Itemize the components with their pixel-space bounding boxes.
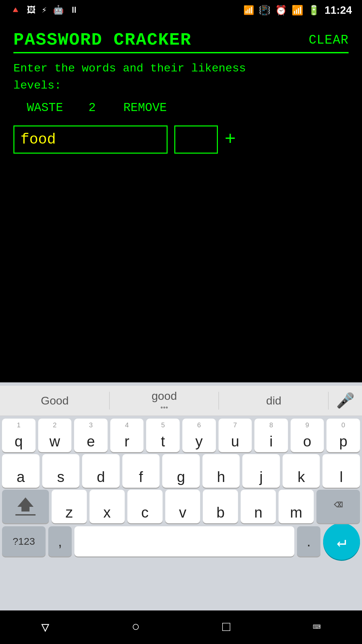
key-f[interactable]: f bbox=[122, 454, 160, 488]
key-p[interactable]: 0 p bbox=[326, 419, 360, 452]
key-v[interactable]: v bbox=[165, 490, 200, 523]
key-u-number: 7 bbox=[233, 421, 237, 429]
suggestion-2[interactable]: did bbox=[219, 386, 328, 416]
key-o-letter: o bbox=[303, 434, 311, 449]
number-input[interactable] bbox=[174, 125, 218, 154]
key-c[interactable]: c bbox=[127, 490, 163, 523]
key-c-letter: c bbox=[141, 505, 148, 520]
battery-icon: 🔋 bbox=[308, 5, 320, 16]
key-row-bottom: ?123 , . ↵ bbox=[2, 525, 360, 562]
nav-back-button[interactable]: ▽ bbox=[41, 619, 49, 636]
key-q[interactable]: 1 q bbox=[2, 419, 36, 452]
description: Enter the words and their likeness level… bbox=[13, 60, 349, 94]
key-l-letter: l bbox=[340, 470, 343, 484]
key-s-letter: s bbox=[57, 470, 64, 484]
key-d[interactable]: d bbox=[82, 454, 120, 488]
shift-button[interactable] bbox=[2, 490, 49, 523]
vibrate-icon: 📳 bbox=[259, 5, 270, 16]
key-u[interactable]: 7 u bbox=[219, 419, 252, 452]
nav-keyboard-button[interactable]: ⌨ bbox=[313, 619, 321, 636]
key-f-letter: f bbox=[139, 470, 143, 484]
word-input[interactable] bbox=[13, 125, 168, 154]
key-z-letter: z bbox=[65, 505, 73, 520]
status-bar-left: 🔺 🖼 ⚡ 🤖 ⏸ bbox=[10, 5, 78, 15]
key-m-letter: m bbox=[290, 505, 302, 520]
key-t[interactable]: 5 t bbox=[146, 419, 180, 452]
comma-label: , bbox=[58, 533, 62, 550]
key-g[interactable]: g bbox=[162, 454, 200, 488]
key-o[interactable]: 9 o bbox=[291, 419, 324, 452]
header-divider bbox=[13, 52, 349, 53]
key-x[interactable]: x bbox=[89, 490, 125, 523]
period-button[interactable]: . bbox=[297, 526, 320, 556]
pause-icon: ⏸ bbox=[70, 5, 78, 15]
description-line2: levels: bbox=[13, 79, 61, 92]
key-r-number: 4 bbox=[125, 421, 129, 429]
key-j-letter: j bbox=[259, 470, 263, 484]
app-content: PASSWORD CRACKER CLEAR Enter the words a… bbox=[0, 20, 362, 382]
key-row-3: z x c v b n m ⌫ bbox=[2, 490, 360, 523]
key-j[interactable]: j bbox=[242, 454, 280, 488]
key-v-letter: v bbox=[179, 505, 186, 520]
entry-number-0: 2 bbox=[88, 101, 115, 115]
key-k[interactable]: k bbox=[283, 454, 320, 488]
nav-bar: ▽ ○ □ ⌨ bbox=[0, 610, 362, 644]
suggestion-text-1: good bbox=[152, 389, 177, 402]
key-i[interactable]: 8 i bbox=[254, 419, 288, 452]
enter-button[interactable]: ↵ bbox=[323, 523, 360, 560]
backspace-icon: ⌫ bbox=[334, 496, 343, 514]
nav-recent-button[interactable]: □ bbox=[222, 620, 230, 635]
keyboard-area: Good good ••• did 🎤 1 q 2 w 3 e bbox=[0, 382, 362, 610]
key-y-number: 6 bbox=[197, 421, 201, 429]
key-i-number: 8 bbox=[269, 421, 273, 429]
key-w[interactable]: 2 w bbox=[38, 419, 72, 452]
bluetooth-icon: 📶 bbox=[243, 5, 254, 15]
key-h-letter: h bbox=[217, 470, 225, 484]
key-i-letter: i bbox=[269, 434, 273, 449]
key-a[interactable]: a bbox=[2, 454, 40, 488]
suggestion-text-0: Good bbox=[41, 394, 69, 407]
comma-button[interactable]: , bbox=[48, 526, 72, 556]
key-y[interactable]: 6 y bbox=[182, 419, 216, 452]
key-n[interactable]: n bbox=[241, 490, 276, 523]
android-icon: 🤖 bbox=[53, 5, 64, 15]
key-p-number: 0 bbox=[342, 421, 345, 429]
entry-word-0: WASTE bbox=[27, 101, 80, 115]
key-q-number: 1 bbox=[17, 421, 20, 429]
key-s[interactable]: s bbox=[42, 454, 80, 488]
header: PASSWORD CRACKER CLEAR bbox=[13, 30, 349, 50]
app-title: PASSWORD CRACKER bbox=[13, 30, 191, 50]
key-d-letter: d bbox=[97, 470, 105, 484]
key-r[interactable]: 4 r bbox=[110, 419, 144, 452]
remove-button-0[interactable]: REMOVE bbox=[123, 101, 167, 115]
key-h[interactable]: h bbox=[202, 454, 240, 488]
nav-home-button[interactable]: ○ bbox=[132, 620, 140, 635]
clear-button[interactable]: CLEAR bbox=[309, 33, 349, 47]
mic-button[interactable]: 🎤 bbox=[328, 392, 362, 410]
backspace-button[interactable]: ⌫ bbox=[316, 490, 360, 523]
key-e-number: 3 bbox=[89, 421, 93, 429]
suggestions-bar: Good good ••• did 🎤 bbox=[0, 386, 362, 416]
status-bar-right: 📶 📳 ⏰ 📶 🔋 11:24 bbox=[243, 4, 352, 16]
symbols-label: ?123 bbox=[13, 536, 35, 547]
key-b-letter: b bbox=[217, 505, 225, 520]
key-z[interactable]: z bbox=[52, 490, 87, 523]
key-row-1: 1 q 2 w 3 e 4 r 5 t 6 y bbox=[2, 419, 360, 452]
key-x-letter: x bbox=[103, 505, 111, 520]
suggestion-1[interactable]: good ••• bbox=[110, 386, 219, 416]
signal-icon: 📶 bbox=[292, 5, 303, 16]
suggestion-0[interactable]: Good bbox=[0, 386, 110, 416]
symbols-button[interactable]: ?123 bbox=[2, 526, 46, 556]
key-u-letter: u bbox=[231, 434, 239, 449]
status-time: 11:24 bbox=[324, 4, 352, 16]
space-button[interactable] bbox=[74, 526, 294, 556]
key-m[interactable]: m bbox=[279, 490, 314, 523]
add-button[interactable]: + bbox=[225, 130, 236, 149]
key-rows: 1 q 2 w 3 e 4 r 5 t 6 y bbox=[0, 416, 362, 610]
key-e[interactable]: 3 e bbox=[74, 419, 108, 452]
suggestion-dots: ••• bbox=[160, 403, 168, 412]
key-b[interactable]: b bbox=[203, 490, 238, 523]
key-l[interactable]: l bbox=[322, 454, 360, 488]
shift-icon bbox=[15, 497, 36, 516]
key-o-number: 9 bbox=[305, 421, 309, 429]
